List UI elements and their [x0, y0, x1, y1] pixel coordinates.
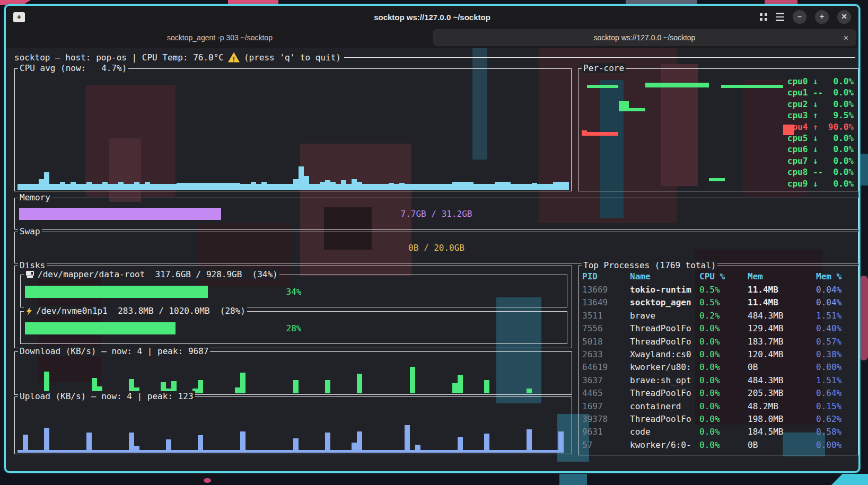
process-cell-mp: 0.40%: [816, 322, 858, 335]
process-cell-mp: 0.62%: [816, 413, 858, 426]
process-row: 64619kworker/u80:0.0%0B0.00%: [578, 361, 858, 374]
process-cell-mp: 0.00%: [816, 439, 858, 452]
process-cell-nm: tokio-runtim: [630, 284, 699, 296]
menu-icon[interactable]: [776, 13, 784, 21]
upload-panel: Upload (KB/s) — now: 4 | peak: 123: [14, 396, 572, 454]
process-cell-mm: 48.2MB: [748, 400, 816, 413]
disk-data-root-gauge: 34%: [25, 286, 563, 298]
disk-nvme-title: /dev/nvme0n1p1 283.8MB / 1020.0MB (28%): [24, 306, 247, 316]
memory-title: Memory: [18, 192, 52, 202]
process-cell-cp: 0.0%: [699, 374, 748, 387]
wallpaper-right-smoke: [860, 276, 868, 360]
process-cell-pid: 9631: [582, 426, 630, 438]
process-cell-pid: 13669: [582, 284, 630, 296]
memory-gauge: 7.7GB / 31.2GB: [19, 208, 854, 220]
process-cell-mm: 129.4MB: [748, 322, 816, 335]
process-cell-cp: 0.0%: [699, 387, 748, 400]
process-cell-pid: 13649: [582, 296, 630, 309]
tab-socktop-agent[interactable]: socktop_agent -p 303 ~/socktop: [8, 29, 432, 46]
sparkline-segment: [582, 132, 618, 136]
disk-nvme-gauge: 28%: [25, 322, 563, 334]
process-cell-nm: socktop_agen: [630, 296, 699, 309]
process-cell-nm: brave:sh_opt: [630, 374, 699, 387]
terminal-window: + socktop ws://127.0.0 ~/socktop – + ✕ s…: [4, 4, 860, 473]
process-cell-mm: 484.3MB: [748, 374, 816, 387]
window-title: socktop ws://127.0.0 ~/socktop: [6, 13, 858, 22]
process-cell-cp: 0.5%: [699, 284, 748, 296]
process-row: 13669tokio-runtim0.5%11.4MB0.04%: [578, 284, 858, 296]
process-table-header: PID Name CPU % Mem Mem %: [578, 270, 858, 283]
process-cell-mp: 0.57%: [816, 336, 858, 348]
per-core-list: cpu0 ↓ 0.0%cpu1 -- 0.0%cpu2 ↓ 0.0%cpu3 ↑…: [787, 76, 854, 189]
process-cell-mm: 484.3MB: [748, 310, 816, 322]
process-cell-mm: 0B: [748, 439, 816, 452]
host-temp-text: socktop — host: pop-os | CPU Temp: 76.0°…: [14, 52, 224, 63]
process-row: 3637brave:sh_opt0.0%484.3MB1.51%: [578, 374, 858, 387]
wallpaper-bottom-pink-dot: [204, 478, 211, 483]
memory-panel: Memory 7.7GB / 31.2GB: [14, 198, 858, 230]
col-cpu: CPU %: [699, 270, 748, 283]
cpu-core-row: cpu1 -- 0.0%: [787, 87, 854, 98]
bolt-icon: [25, 307, 33, 315]
process-row: 1697containerd0.0%48.2MB0.15%: [578, 400, 858, 413]
cpu-core-row: cpu6 ↓ 0.0%: [787, 144, 854, 155]
processes-title: Top Processes (1769 total): [582, 260, 717, 270]
process-cell-nm: kworker/u80:: [630, 361, 699, 374]
disk-icon: [25, 270, 34, 278]
process-row: 13649socktop_agen0.5%11.4MB0.04%: [578, 296, 858, 309]
wallpaper-bottom-corner-cyan: [831, 474, 868, 485]
close-button[interactable]: ✕: [837, 10, 851, 24]
process-row: 7556ThreadPoolFo0.0%129.4MB0.40%: [578, 322, 858, 335]
tab-socktop-client[interactable]: socktop ws://127.0.0 ~/socktop ✕: [433, 29, 856, 46]
disk-pct-label: 34%: [25, 286, 563, 298]
minimize-button[interactable]: –: [793, 10, 806, 24]
process-cell-mp: 0.04%: [816, 296, 858, 309]
process-cell-cp: 0.5%: [699, 296, 748, 309]
tab-label: socktop_agent -p 303 ~/socktop: [167, 33, 273, 42]
process-row: 9631code0.0%184.5MB0.58%: [578, 426, 858, 438]
maximize-button[interactable]: +: [815, 10, 829, 24]
swap-usage-label: 0B / 20.0GB: [19, 242, 854, 254]
upload-chart: [17, 425, 564, 453]
process-cell-mp: 1.51%: [816, 374, 858, 387]
disk-label: /dev/mapper/data-root 317.6GB / 928.9GB …: [38, 269, 278, 279]
process-cell-nm: code: [630, 426, 699, 438]
process-cell-cp: 0.0%: [699, 336, 748, 348]
process-cell-mm: 183.7MB: [748, 336, 816, 348]
process-cell-mp: 0.15%: [816, 400, 858, 413]
sparkline-segment: [645, 83, 709, 87]
swap-title: Swap: [18, 226, 42, 236]
process-row: 57kworker/6:0-0.0%0B0.00%: [578, 439, 858, 452]
workspace-grid-icon[interactable]: [760, 13, 767, 21]
swap-panel: Swap 0B / 20.0GB: [14, 232, 858, 263]
process-row: 39378ThreadPoolFo0.0%198.0MB0.62%: [578, 413, 858, 426]
process-cell-pid: 64619: [582, 361, 630, 374]
process-cell-pid: 3511: [582, 310, 630, 322]
app-header: socktop — host: pop-os | CPU Temp: 76.0°…: [14, 51, 855, 63]
sparkline-segment: [619, 101, 629, 111]
process-cell-pid: 1697: [582, 400, 630, 413]
download-panel: Download (KB/s) — now: 4 | peak: 9687: [14, 351, 572, 395]
tab-close-icon[interactable]: ✕: [843, 34, 849, 42]
col-name: Name: [630, 270, 699, 283]
process-row: 4465ThreadPoolFo0.0%205.3MB0.64%: [578, 387, 858, 400]
process-cell-mm: 11.4MB: [748, 284, 816, 296]
process-cell-nm: ThreadPoolFo: [630, 322, 699, 335]
process-cell-mm: 11.4MB: [748, 296, 816, 309]
process-cell-nm: ThreadPoolFo: [630, 387, 699, 400]
process-cell-mp: 0.38%: [816, 348, 858, 361]
new-tab-icon[interactable]: +: [13, 12, 25, 22]
process-cell-mp: 0.64%: [816, 387, 858, 400]
process-row: 2633Xwayland:cs00.0%120.4MB0.38%: [578, 348, 858, 361]
process-row: 3511brave0.2%484.3MB1.51%: [578, 310, 858, 322]
process-cell-nm: containerd: [630, 400, 699, 413]
process-cell-mp: 1.51%: [816, 310, 858, 322]
disk-data-root-title: /dev/mapper/data-root 317.6GB / 928.9GB …: [24, 269, 279, 279]
process-cell-nm: ThreadPoolFo: [630, 336, 699, 348]
swap-gauge: 0B / 20.0GB: [19, 242, 854, 254]
cpu-core-row: cpu2 ↓ 0.0%: [787, 99, 854, 110]
cpu-core-row: cpu0 ↓ 0.0%: [787, 76, 854, 87]
sparkline-segment: [587, 85, 618, 88]
cpu-core-row: cpu8 -- 0.0%: [787, 166, 854, 178]
processes-panel: Top Processes (1769 total) PID Name CPU …: [578, 266, 858, 455]
